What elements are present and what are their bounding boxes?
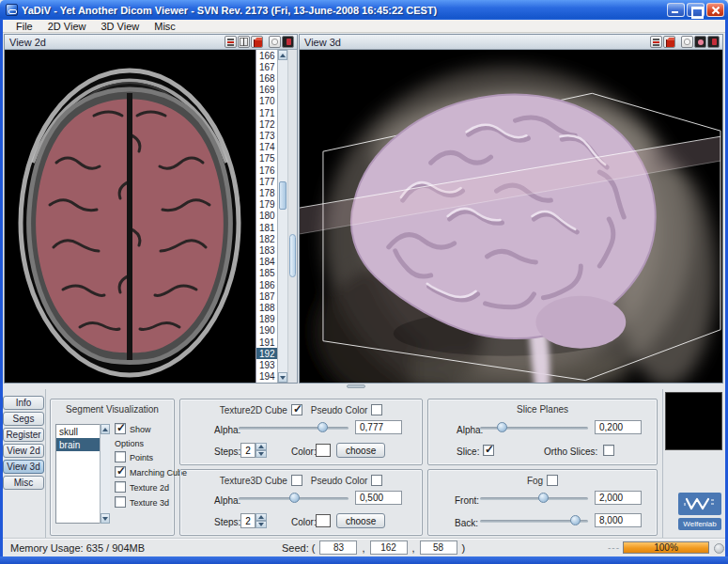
choose-color-button[interactable]: choose [336, 443, 385, 458]
slice-item[interactable]: 194 [256, 371, 277, 383]
seed-z-field[interactable]: 58 [420, 540, 457, 555]
slice-item[interactable]: 168 [256, 72, 277, 84]
slice-item[interactable]: 167 [256, 61, 277, 72]
menu-2d-view[interactable]: 2D View [40, 21, 94, 32]
horizontal-splitter-handle[interactable] [347, 384, 365, 388]
pseudo-color-checkbox[interactable] [371, 404, 382, 415]
slice-item[interactable]: 182 [256, 233, 277, 244]
slice-item[interactable]: 181 [256, 222, 277, 233]
snapshot-red-icon[interactable] [707, 36, 720, 48]
slice-item[interactable]: 171 [256, 107, 277, 118]
steps-value[interactable]: 2 [240, 513, 256, 528]
slice-item[interactable]: 178 [256, 187, 277, 198]
snapshot-white-icon[interactable] [681, 36, 693, 48]
slice-item[interactable]: 191 [256, 337, 277, 348]
slice-item[interactable]: 173 [256, 130, 277, 141]
texture-3d-checkbox[interactable] [115, 496, 126, 508]
slice-item[interactable]: 186 [256, 279, 277, 290]
slice-item[interactable]: 185 [256, 268, 277, 279]
snapshot-white-icon[interactable] [269, 36, 281, 48]
slice-item[interactable]: 177 [256, 176, 277, 187]
menu-3d-view[interactable]: 3D View [94, 21, 147, 32]
alpha-value-field[interactable]: 0,777 [355, 420, 402, 434]
slice-checkbox[interactable] [483, 445, 494, 456]
red-cube-icon[interactable] [251, 36, 263, 48]
slice-item[interactable]: 169 [256, 85, 277, 96]
slice-item[interactable]: 179 [256, 199, 277, 211]
fog-back-slider[interactable] [480, 515, 588, 526]
fog-back-field[interactable]: 8,000 [595, 513, 642, 527]
fog-front-field[interactable]: 2,000 [595, 491, 642, 505]
marching-cube-checkbox[interactable] [115, 466, 126, 478]
fog-front-slider[interactable] [480, 493, 588, 504]
seed-x-field[interactable]: 83 [319, 540, 357, 555]
minimize-button[interactable] [667, 3, 685, 17]
status-indicator-icon[interactable] [714, 543, 724, 554]
scrollbar-thumb[interactable] [279, 181, 287, 210]
spinner-up-icon[interactable] [256, 513, 267, 521]
scroll-up-icon[interactable] [101, 424, 110, 434]
sidebar-tab-segs[interactable]: Segs [3, 412, 44, 426]
slice-item[interactable]: 176 [256, 164, 277, 176]
pseudo-color-checkbox[interactable] [371, 475, 382, 486]
slice-item[interactable]: 172 [256, 118, 277, 130]
spinner-up-icon[interactable] [256, 443, 267, 450]
slice-list-scrollbar[interactable] [277, 50, 287, 383]
scroll-down-icon[interactable] [101, 513, 110, 524]
sidebar-tab-misc[interactable]: Misc [3, 476, 44, 490]
slider-thumb[interactable] [318, 422, 328, 432]
slice-item[interactable]: 175 [256, 153, 277, 164]
texture3d-checkbox[interactable] [291, 475, 302, 486]
slice-item[interactable]: 183 [256, 244, 277, 256]
seed-y-field[interactable]: 162 [370, 540, 408, 555]
color-swatch[interactable] [316, 444, 331, 457]
menu-misc[interactable]: Misc [147, 21, 183, 32]
maximize-button[interactable] [687, 3, 705, 17]
alpha-slider[interactable] [239, 422, 349, 433]
slice-item[interactable]: 174 [256, 142, 277, 153]
sidebar-tab-info[interactable]: Info [3, 396, 44, 410]
slice-item[interactable]: 189 [256, 314, 277, 325]
slice-item[interactable]: 188 [256, 302, 277, 313]
slice-item[interactable]: 187 [256, 290, 277, 302]
steps-value[interactable]: 2 [240, 443, 256, 458]
slice-item[interactable]: 184 [256, 257, 277, 268]
vertical-splitter[interactable] [287, 50, 297, 383]
show-checkbox[interactable] [115, 423, 126, 434]
sidebar-tab-register[interactable]: Register [3, 428, 44, 442]
slider-thumb[interactable] [538, 493, 549, 503]
slider-thumb[interactable] [289, 493, 300, 503]
sidebar-tab-view-3d[interactable]: View 3d [3, 460, 44, 474]
menu-file[interactable]: File [8, 21, 40, 32]
layers-icon[interactable] [650, 36, 662, 48]
slice-item[interactable]: 166 [256, 50, 277, 61]
close-button[interactable] [706, 3, 724, 17]
slice-item[interactable]: 193 [256, 359, 277, 370]
choose-color-button[interactable]: choose [336, 513, 385, 528]
spinner-down-icon[interactable] [256, 521, 267, 528]
steps-spinner[interactable]: 2 [240, 443, 267, 458]
alpha-slider[interactable] [480, 422, 588, 433]
ortho-slices-checkbox[interactable] [603, 445, 614, 456]
red-cube-icon[interactable] [663, 36, 675, 48]
volume-render-viewport[interactable] [300, 50, 722, 383]
axial-slice-viewport[interactable] [5, 50, 256, 383]
splitter-thumb[interactable] [289, 234, 296, 277]
scroll-up-icon[interactable] [278, 50, 287, 60]
spinner-down-icon[interactable] [256, 450, 267, 458]
slice-item[interactable]: 192 [256, 348, 277, 359]
layers-icon[interactable] [225, 36, 237, 48]
alpha-value-field[interactable]: 0,500 [355, 491, 402, 505]
slider-thumb[interactable] [497, 422, 507, 432]
slice-item[interactable]: 180 [256, 211, 277, 222]
texture2d-checkbox[interactable] [291, 404, 302, 415]
slider-thumb[interactable] [570, 515, 581, 525]
split-view-icon[interactable] [238, 36, 250, 48]
snapshot-red-icon[interactable] [282, 36, 294, 48]
slice-item[interactable]: 170 [256, 96, 277, 107]
steps-spinner[interactable]: 2 [240, 513, 267, 528]
scroll-down-icon[interactable] [278, 372, 287, 383]
fog-checkbox[interactable] [547, 475, 558, 486]
snapshot-pink-icon[interactable] [694, 36, 706, 48]
texture-2d-checkbox[interactable] [115, 481, 126, 493]
